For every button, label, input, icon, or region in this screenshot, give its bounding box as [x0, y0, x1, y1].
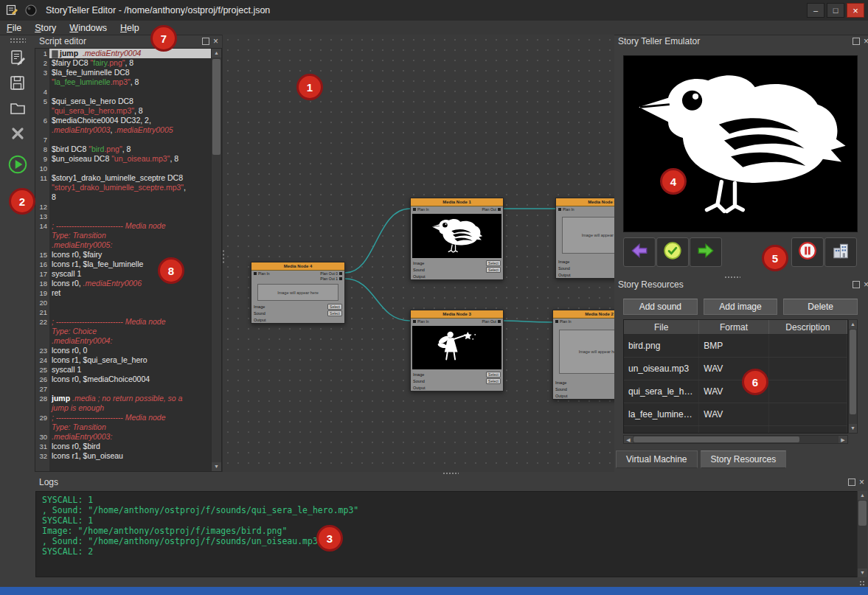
select-button[interactable]: Select — [327, 310, 342, 316]
code-editor[interactable]: 1jump .mediaEntry00042$fairy DC8 "fairy.… — [35, 48, 222, 472]
table-row[interactable]: fairy.pngBMP — [624, 426, 847, 434]
code-line[interactable]: 17syscall 1 — [35, 269, 212, 279]
open-project-button[interactable] — [7, 99, 29, 121]
float-panel-icon[interactable] — [848, 479, 855, 486]
code-line[interactable]: 1jump .mediaEntry0004 — [35, 49, 212, 58]
delete-button[interactable]: Delete — [783, 299, 858, 315]
splitter-handle[interactable] — [222, 249, 225, 264]
code-line[interactable]: 12 — [35, 202, 212, 212]
menu-item-help[interactable]: Help — [114, 22, 146, 34]
code-line[interactable]: Type: Transition — [35, 231, 212, 240]
code-line[interactable]: 13 — [35, 212, 212, 221]
code-line[interactable]: 14; -------------------------- Media nod… — [35, 221, 212, 231]
code-line[interactable]: 6$mediaChoice0004 DC32, 2, — [35, 116, 212, 125]
code-line[interactable]: .mediaEntry0004: — [35, 336, 212, 346]
code-line[interactable]: 28jump .media ; no return possible, so a — [35, 394, 212, 403]
code-line[interactable]: 26lcons r0, $mediaChoice0004 — [35, 375, 212, 384]
select-button[interactable]: Select — [486, 378, 501, 384]
menu-item-story[interactable]: Story — [28, 22, 63, 34]
save-button[interactable] — [7, 74, 29, 96]
media-node[interactable]: Media Node 3Plan InPlan OutImageSelectSo… — [410, 310, 504, 392]
tab-story-resources[interactable]: Story Resources — [701, 450, 787, 468]
select-button[interactable]: Select — [327, 304, 342, 310]
code-line[interactable]: 25syscall 1 — [35, 365, 212, 375]
code-line[interactable]: 4 — [35, 87, 212, 97]
code-line[interactable]: 29; -------------------------- Media nod… — [35, 413, 212, 422]
media-node[interactable]: Media Node 4Plan InPlan Out 0Plan Out 1I… — [251, 262, 345, 324]
scroll-left-icon[interactable]: ◀ — [624, 436, 633, 443]
close-project-button[interactable] — [7, 124, 29, 146]
column-header-description[interactable]: Description — [769, 320, 847, 334]
log-output[interactable]: SYSCALL: 1, Sound: "/home/anthony/ostpro… — [35, 491, 867, 577]
table-horizontal-scrollbar[interactable]: ◀ ▶ — [623, 435, 848, 444]
scroll-down-icon[interactable]: ▼ — [212, 462, 221, 471]
code-line[interactable]: 21 — [35, 307, 212, 317]
table-vertical-scrollbar[interactable]: ▲ ▼ — [848, 319, 858, 434]
pause-button[interactable] — [791, 237, 824, 267]
run-story-button[interactable] — [7, 155, 29, 177]
select-button[interactable]: Select — [486, 260, 501, 266]
code-line[interactable]: 32lcons r1, $un_oiseau — [35, 451, 212, 461]
maximize-button[interactable]: □ — [827, 3, 844, 18]
scroll-down-icon[interactable]: ▼ — [849, 424, 857, 433]
editor-scrollbar[interactable]: ▲ ▼ — [211, 49, 221, 471]
scrollbar-thumb[interactable] — [858, 501, 867, 526]
float-panel-icon[interactable] — [202, 38, 209, 45]
add-sound-button[interactable]: Add sound — [623, 299, 698, 315]
scroll-up-icon[interactable]: ▲ — [212, 49, 221, 58]
code-line[interactable]: 2$fairy DC8 "fairy.png", 8 — [35, 58, 212, 68]
node-title[interactable]: Media Node 4 — [251, 262, 344, 271]
table-row[interactable]: bird.pngBMP — [624, 335, 847, 358]
code-line[interactable]: 8$bird DC8 "bird.png", 8 — [35, 145, 212, 154]
code-line[interactable]: 24lcons r1, $qui_sera_le_hero — [35, 355, 212, 365]
code-line[interactable]: Type: Transition — [35, 422, 212, 432]
scroll-down-icon[interactable]: ▼ — [858, 568, 867, 577]
code-line[interactable]: 3$la_fee_luminelle DC8 — [35, 68, 212, 77]
scrollbar-thumb[interactable] — [850, 330, 856, 414]
code-area[interactable]: 1jump .mediaEntry00042$fairy DC8 "fairy.… — [35, 49, 212, 471]
scroll-up-icon[interactable]: ▲ — [858, 491, 867, 500]
home-button[interactable] — [824, 237, 857, 267]
code-line[interactable]: 10 — [35, 164, 212, 173]
code-line[interactable]: 7 — [35, 135, 212, 145]
resize-grip[interactable] — [859, 580, 865, 586]
select-button[interactable]: Select — [486, 267, 501, 273]
code-line[interactable]: .mediaEntry0005: — [35, 240, 212, 250]
table-row[interactable]: la_fee_lumine…WAV — [624, 403, 847, 426]
table-row[interactable]: un_oiseau.mp3WAV — [624, 358, 847, 380]
code-line[interactable]: jump is enough — [35, 403, 212, 413]
media-node[interactable]: Media Node 1Plan InPlan OutImageSelectSo… — [410, 198, 504, 280]
code-line[interactable]: 16lcons r1, $la_fee_luminelle — [35, 260, 212, 269]
column-header-file[interactable]: File — [624, 320, 699, 334]
close-panel-icon[interactable]: × — [864, 38, 868, 44]
close-panel-icon[interactable]: × — [864, 282, 868, 288]
node-connection[interactable] — [345, 209, 410, 273]
tab-virtual-machine[interactable]: Virtual Machine — [616, 450, 698, 468]
toolbar-drag-handle[interactable] — [10, 38, 26, 43]
node-graph-canvas[interactable]: Media Node 4Plan InPlan Out 0Plan Out 1I… — [222, 35, 614, 472]
code-line[interactable]: 18lcons r0, .mediaEntry0006 — [35, 279, 212, 288]
new-script-button[interactable] — [7, 49, 29, 71]
media-node[interactable]: Media Node 5Plan InImage will appear her… — [555, 198, 614, 279]
menu-item-file[interactable]: File — [0, 22, 28, 34]
code-line[interactable]: 31lcons r0, $bird — [35, 442, 212, 451]
add-image-button[interactable]: Add image — [704, 299, 778, 315]
column-header-format[interactable]: Format — [699, 320, 768, 334]
splitter-handle[interactable] — [442, 472, 459, 475]
code-line[interactable]: 5$qui_sera_le_hero DC8 — [35, 97, 212, 106]
code-line[interactable]: "qui_sera_le_hero.mp3", 8 — [35, 106, 212, 116]
float-panel-icon[interactable] — [853, 281, 860, 288]
code-line[interactable]: 20 — [35, 298, 212, 307]
scrollbar-thumb[interactable] — [633, 436, 799, 442]
code-line[interactable]: "la_fee_luminelle.mp3", 8 — [35, 77, 212, 87]
code-line[interactable]: 15lcons r0, $fairy — [35, 250, 212, 260]
validate-button[interactable] — [656, 237, 689, 267]
code-line[interactable]: 8 — [35, 192, 212, 202]
code-line[interactable]: .mediaEntry0003, .mediaEntry0005 — [35, 125, 212, 135]
scroll-up-icon[interactable]: ▲ — [849, 320, 857, 329]
code-line[interactable]: 9$un_oiseau DC8 "un_oiseau.mp3", 8 — [35, 154, 212, 164]
node-connection[interactable] — [504, 321, 552, 322]
close-button[interactable]: × — [847, 3, 864, 18]
minimize-button[interactable]: – — [807, 3, 824, 18]
code-line[interactable]: 22; -------------------------- Media nod… — [35, 317, 212, 327]
